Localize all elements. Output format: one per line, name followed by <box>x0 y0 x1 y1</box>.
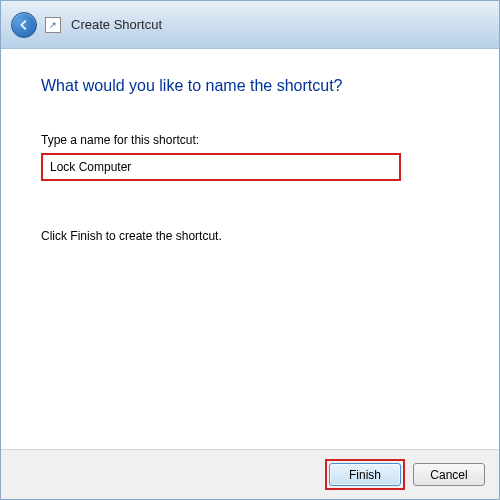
back-arrow-icon <box>17 18 31 32</box>
finish-button[interactable]: Finish <box>329 463 401 486</box>
titlebar: ↗ Create Shortcut <box>1 1 499 49</box>
footer-bar: Finish Cancel <box>1 449 499 499</box>
cancel-button[interactable]: Cancel <box>413 463 485 486</box>
back-button[interactable] <box>11 12 37 38</box>
shortcut-name-input[interactable] <box>44 156 398 178</box>
page-heading: What would you like to name the shortcut… <box>41 77 459 95</box>
window-title: Create Shortcut <box>71 17 162 32</box>
instruction-text: Click Finish to create the shortcut. <box>41 229 459 243</box>
wizard-window: ↗ Create Shortcut What would you like to… <box>0 0 500 500</box>
content-area: What would you like to name the shortcut… <box>1 49 499 449</box>
input-highlight <box>41 153 401 181</box>
finish-highlight: Finish <box>325 459 405 490</box>
shortcut-icon: ↗ <box>45 17 61 33</box>
shortcut-name-label: Type a name for this shortcut: <box>41 133 459 147</box>
